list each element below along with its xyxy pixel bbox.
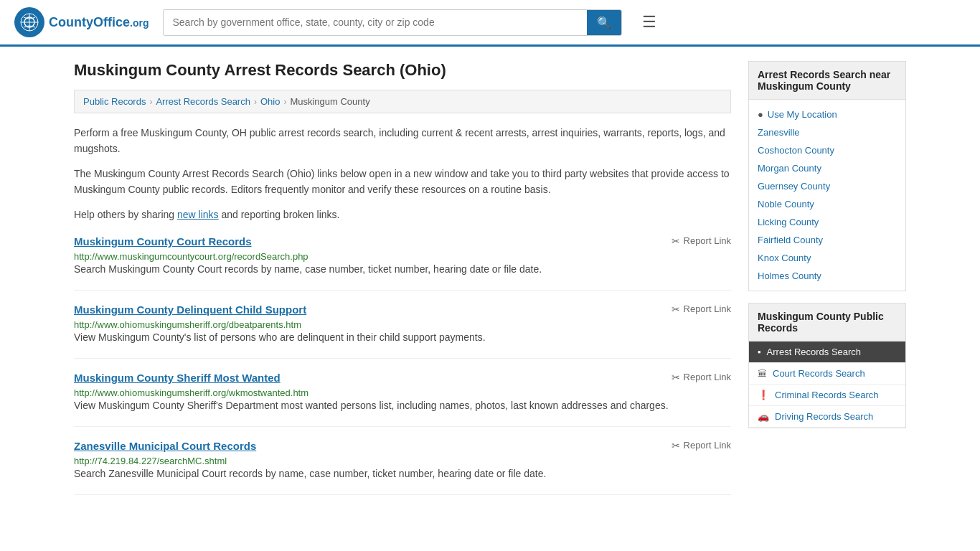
record-header: Muskingum County Sheriff Most Wanted ✂ R…: [74, 372, 731, 384]
sidebar-link-zanesville[interactable]: Zanesville: [749, 123, 905, 141]
record-entry: Muskingum County Delinquent Child Suppor…: [74, 303, 731, 359]
report-icon: ✂: [672, 235, 680, 247]
sidebar-link-morgan[interactable]: Morgan County: [749, 159, 905, 177]
sidebar-records-title: Muskingum County Public Records: [749, 303, 905, 342]
report-link-button[interactable]: ✂ Report Link: [672, 303, 731, 315]
report-link-button[interactable]: ✂ Report Link: [672, 235, 731, 247]
court-records-icon: 🏛: [758, 368, 767, 379]
logo-svg: [20, 13, 39, 32]
record-description: View Muskingum County's list of persons …: [74, 330, 731, 345]
logo-wordmark: CountyOffice.org: [49, 15, 149, 30]
court-records-label: Court Records Search: [773, 368, 865, 379]
breadcrumb: Public Records › Arrest Records Search ›…: [74, 90, 731, 113]
search-button[interactable]: 🔍: [587, 10, 621, 35]
record-description: Search Muskingum County Court records by…: [74, 262, 731, 277]
sidebar-nearby-section: Arrest Records Search near Muskingum Cou…: [748, 61, 906, 291]
record-title[interactable]: Muskingum County Delinquent Child Suppor…: [74, 303, 306, 316]
sidebar-record-arrest[interactable]: ▪ Arrest Records Search: [749, 342, 905, 363]
arrest-records-icon: ▪: [758, 347, 761, 357]
site-header: CountyOffice.org 🔍 ☰: [0, 0, 980, 47]
record-title[interactable]: Muskingum County Sheriff Most Wanted: [74, 372, 281, 384]
sidebar: Arrest Records Search near Muskingum Cou…: [748, 61, 906, 495]
use-my-location-label: Use My Location: [768, 109, 837, 120]
sidebar-link-fairfield[interactable]: Fairfield County: [749, 231, 905, 249]
sidebar-link-holmes[interactable]: Holmes County: [749, 267, 905, 285]
logo-name: CountyOffice: [49, 15, 130, 29]
sidebar-link-noble[interactable]: Noble County: [749, 195, 905, 213]
sidebar-link-guernsey[interactable]: Guernsey County: [749, 177, 905, 195]
sidebar-link-knox[interactable]: Knox County: [749, 249, 905, 267]
sidebar-nearby-links: ● Use My Location Zanesville Coshocton C…: [749, 100, 905, 291]
driving-records-label: Driving Records Search: [775, 411, 873, 422]
search-input[interactable]: [164, 11, 587, 34]
record-header: Muskingum County Delinquent Child Suppor…: [74, 303, 731, 316]
criminal-records-label: Criminal Records Search: [775, 390, 879, 400]
content-area: Muskingum County Arrest Records Search (…: [74, 61, 731, 495]
hamburger-icon: ☰: [642, 13, 656, 31]
report-icon: ✂: [672, 303, 680, 315]
record-entry: Zanesville Municipal Court Records ✂ Rep…: [74, 440, 731, 495]
sidebar-record-court[interactable]: 🏛 Court Records Search: [749, 363, 905, 385]
sidebar-link-licking[interactable]: Licking County: [749, 213, 905, 231]
page-title: Muskingum County Arrest Records Search (…: [74, 61, 731, 80]
main-container: Muskingum County Arrest Records Search (…: [60, 47, 920, 509]
sidebar-record-driving[interactable]: 🚗 Driving Records Search: [749, 406, 905, 428]
driving-records-icon: 🚗: [758, 411, 769, 422]
breadcrumb-public-records[interactable]: Public Records: [83, 96, 146, 107]
report-label: Report Link: [684, 303, 731, 314]
record-list: Muskingum County Court Records ✂ Report …: [74, 235, 731, 495]
logo-icon: [14, 7, 44, 37]
breadcrumb-arrest-records[interactable]: Arrest Records Search: [156, 96, 250, 107]
report-icon: ✂: [672, 372, 680, 383]
menu-button[interactable]: ☰: [636, 10, 662, 34]
record-description: View Muskingum County Sheriff's Departme…: [74, 398, 731, 413]
record-header: Zanesville Municipal Court Records ✂ Rep…: [74, 440, 731, 452]
breadcrumb-current: Muskingum County: [290, 96, 369, 107]
record-url[interactable]: http://www.ohiomuskingumsheriff.org/wkmo…: [74, 387, 308, 398]
logo[interactable]: CountyOffice.org: [14, 7, 149, 37]
breadcrumb-sep-1: ›: [149, 97, 152, 107]
record-entry: Muskingum County Sheriff Most Wanted ✂ R…: [74, 372, 731, 427]
record-header: Muskingum County Court Records ✂ Report …: [74, 235, 731, 248]
record-url[interactable]: http://74.219.84.227/searchMC.shtml: [74, 456, 227, 466]
description-1: Perform a free Muskingum County, OH publ…: [74, 125, 731, 157]
breadcrumb-sep-3: ›: [283, 97, 286, 107]
report-link-button[interactable]: ✂ Report Link: [672, 440, 731, 451]
breadcrumb-sep-2: ›: [254, 97, 257, 107]
logo-tld: .org: [130, 17, 149, 29]
report-label: Report Link: [684, 235, 731, 246]
record-url[interactable]: http://www.muskingumcountycourt.org/reco…: [74, 251, 308, 262]
report-label: Report Link: [684, 372, 731, 382]
sidebar-record-criminal[interactable]: ❗ Criminal Records Search: [749, 385, 905, 406]
location-pin-icon: ●: [758, 109, 763, 120]
criminal-records-icon: ❗: [758, 390, 769, 400]
description-3: Help others by sharing new links and rep…: [74, 207, 731, 222]
sidebar-nearby-title: Arrest Records Search near Muskingum Cou…: [749, 62, 905, 100]
search-icon: 🔍: [597, 17, 611, 29]
record-title[interactable]: Muskingum County Court Records: [74, 235, 252, 248]
record-url[interactable]: http://www.ohiomuskingumsheriff.org/dbea…: [74, 319, 301, 330]
report-label: Report Link: [684, 440, 731, 451]
breadcrumb-ohio[interactable]: Ohio: [260, 96, 280, 107]
report-link-button[interactable]: ✂ Report Link: [672, 372, 731, 383]
new-links-link[interactable]: new links: [177, 209, 219, 220]
record-title[interactable]: Zanesville Municipal Court Records: [74, 440, 256, 452]
report-icon: ✂: [672, 440, 680, 451]
sidebar-use-my-location[interactable]: ● Use My Location: [749, 105, 905, 123]
sidebar-link-coshocton[interactable]: Coshocton County: [749, 141, 905, 159]
arrest-records-label: Arrest Records Search: [767, 347, 862, 357]
record-description: Search Zanesville Municipal Court record…: [74, 466, 731, 481]
search-bar: 🔍: [163, 9, 622, 36]
sidebar-records-section: Muskingum County Public Records ▪ Arrest…: [748, 303, 906, 428]
description-2: The Muskingum County Arrest Records Sear…: [74, 166, 731, 198]
record-entry: Muskingum County Court Records ✂ Report …: [74, 235, 731, 291]
